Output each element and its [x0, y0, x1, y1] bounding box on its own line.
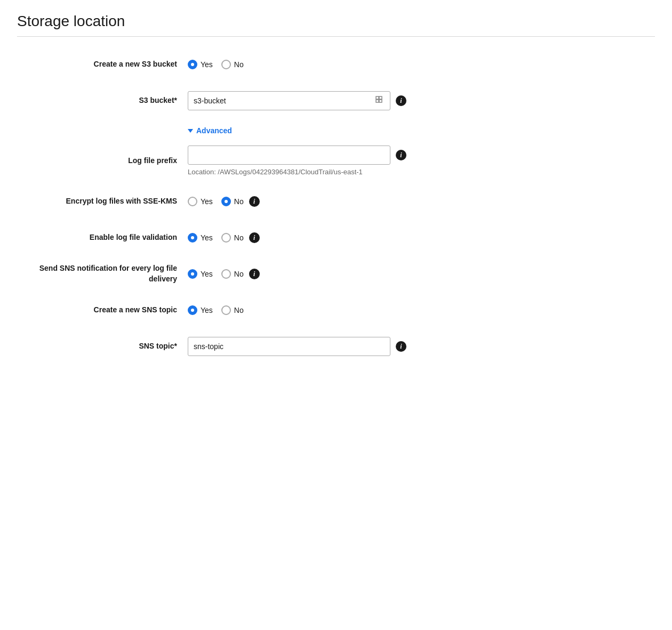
- create-s3-bucket-yes-label: Yes: [201, 60, 213, 69]
- create-s3-bucket-no-radio[interactable]: [221, 60, 231, 69]
- send-sns-notification-yes-option[interactable]: Yes: [188, 269, 213, 279]
- log-file-prefix-input[interactable]: [188, 146, 390, 165]
- log-file-prefix-info-icon[interactable]: i: [396, 150, 406, 160]
- enable-log-validation-no-label: No: [234, 233, 244, 242]
- sns-topic-info-icon[interactable]: i: [396, 341, 406, 352]
- log-file-prefix-hint: Location: /AWSLogs/042293964381/CloudTra…: [188, 168, 363, 176]
- send-sns-notification-no-option[interactable]: No: [221, 269, 244, 279]
- enable-log-validation-yes-radio[interactable]: [188, 233, 197, 243]
- log-file-prefix-row: Log file prefix i Location: /AWSLogs/042…: [17, 146, 497, 176]
- log-file-prefix-label: Log file prefix: [17, 156, 188, 166]
- encrypt-log-files-yes-label: Yes: [201, 197, 213, 206]
- encrypt-log-files-control: Yes No i: [188, 196, 497, 207]
- send-sns-notification-no-radio[interactable]: [221, 269, 231, 279]
- encrypt-log-files-radio-group: Yes No: [188, 197, 244, 206]
- encrypt-log-files-no-option[interactable]: No: [221, 197, 244, 206]
- send-sns-notification-control: Yes No i: [188, 269, 497, 279]
- send-sns-notification-radio-group: Yes No: [188, 269, 244, 279]
- s3-bucket-label: S3 bucket*: [17, 95, 188, 106]
- encrypt-log-files-no-radio[interactable]: [221, 197, 231, 206]
- enable-log-validation-no-radio[interactable]: [221, 233, 231, 243]
- create-sns-topic-no-label: No: [234, 306, 244, 314]
- create-s3-bucket-label: Create a new S3 bucket: [17, 59, 188, 70]
- create-sns-topic-row: Create a new SNS topic Yes No: [17, 300, 497, 321]
- create-s3-bucket-yes-radio[interactable]: [188, 60, 197, 69]
- send-sns-notification-no-label: No: [234, 270, 244, 278]
- section-divider: [17, 36, 655, 37]
- create-s3-bucket-no-label: No: [234, 60, 244, 69]
- advanced-toggle[interactable]: Advanced: [188, 126, 497, 135]
- s3-bucket-input[interactable]: [188, 91, 390, 110]
- s3-bucket-grid-icon: [374, 96, 386, 106]
- create-sns-topic-yes-radio[interactable]: [188, 305, 197, 315]
- advanced-triangle-icon: [188, 129, 193, 133]
- enable-log-validation-yes-label: Yes: [201, 233, 213, 242]
- create-sns-topic-yes-option[interactable]: Yes: [188, 305, 213, 315]
- enable-log-validation-info-icon[interactable]: i: [249, 232, 260, 243]
- log-file-prefix-control: i Location: /AWSLogs/042293964381/CloudT…: [188, 146, 497, 176]
- enable-log-validation-yes-option[interactable]: Yes: [188, 233, 213, 243]
- encrypt-log-files-row: Encrypt log files with SSE-KMS Yes No i: [17, 191, 497, 212]
- page-container: Storage location Create a new S3 bucket …: [0, 0, 672, 385]
- create-sns-topic-label: Create a new SNS topic: [17, 305, 188, 316]
- enable-log-validation-radio-group: Yes No: [188, 233, 244, 243]
- log-file-prefix-input-row: i: [188, 146, 406, 165]
- create-s3-bucket-control: Yes No: [188, 60, 497, 69]
- send-sns-notification-label: Send SNS notification for every log file…: [17, 263, 188, 284]
- create-sns-topic-control: Yes No: [188, 305, 497, 315]
- s3-bucket-control: i: [188, 91, 497, 110]
- create-s3-bucket-no-option[interactable]: No: [221, 60, 244, 69]
- create-sns-topic-no-option[interactable]: No: [221, 305, 244, 315]
- create-sns-topic-radio-group: Yes No: [188, 305, 244, 315]
- sns-topic-input[interactable]: [188, 337, 390, 356]
- sns-topic-control: i: [188, 337, 497, 356]
- enable-log-validation-no-option[interactable]: No: [221, 233, 244, 243]
- s3-bucket-row: S3 bucket* i: [17, 90, 497, 111]
- page-title: Storage location: [17, 13, 655, 30]
- sns-topic-input-wrapper: [188, 337, 390, 356]
- svg-rect-0: [376, 96, 379, 99]
- encrypt-log-files-yes-option[interactable]: Yes: [188, 197, 213, 206]
- encrypt-log-files-label: Encrypt log files with SSE-KMS: [17, 196, 188, 207]
- send-sns-notification-yes-label: Yes: [201, 270, 213, 278]
- create-s3-bucket-radio-group: Yes No: [188, 60, 244, 69]
- encrypt-log-files-info-icon[interactable]: i: [249, 196, 260, 207]
- create-sns-topic-yes-label: Yes: [201, 306, 213, 314]
- svg-rect-2: [376, 100, 379, 102]
- send-sns-notification-yes-radio[interactable]: [188, 269, 197, 279]
- send-sns-notification-info-icon[interactable]: i: [249, 269, 260, 279]
- enable-log-validation-control: Yes No i: [188, 232, 497, 243]
- create-s3-bucket-row: Create a new S3 bucket Yes No: [17, 54, 497, 75]
- advanced-label: Advanced: [196, 126, 232, 135]
- s3-bucket-info-icon[interactable]: i: [396, 95, 406, 106]
- encrypt-log-files-yes-radio[interactable]: [188, 197, 197, 206]
- enable-log-validation-label: Enable log file validation: [17, 232, 188, 243]
- svg-rect-3: [379, 100, 382, 102]
- send-sns-notification-row: Send SNS notification for every log file…: [17, 263, 497, 285]
- s3-bucket-input-wrapper: [188, 91, 390, 110]
- sns-topic-row: SNS topic* i: [17, 336, 497, 357]
- create-s3-bucket-yes-option[interactable]: Yes: [188, 60, 213, 69]
- encrypt-log-files-no-label: No: [234, 197, 244, 206]
- svg-rect-1: [379, 96, 382, 99]
- enable-log-validation-row: Enable log file validation Yes No i: [17, 227, 497, 248]
- sns-topic-label: SNS topic*: [17, 341, 188, 352]
- create-sns-topic-no-radio[interactable]: [221, 305, 231, 315]
- form-section: Create a new S3 bucket Yes No S3 bucket*: [17, 54, 497, 357]
